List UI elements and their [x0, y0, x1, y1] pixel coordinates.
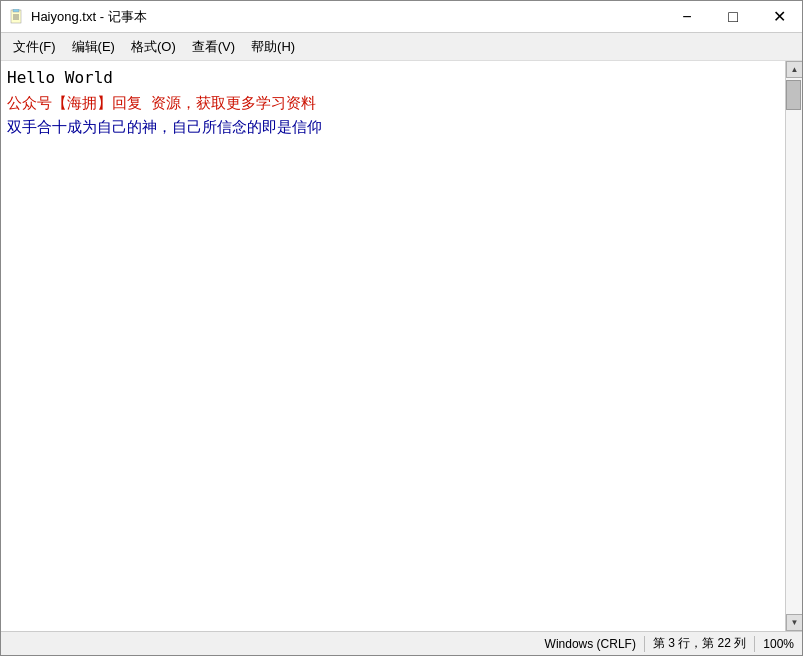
- svg-rect-1: [13, 9, 19, 12]
- notepad-icon: [9, 9, 25, 25]
- scroll-up-button[interactable]: ▲: [786, 61, 802, 78]
- text-line-3: 双手合十成为自己的神，自己所信念的即是信仰: [7, 115, 779, 139]
- title-bar-left: Haiyong.txt - 记事本: [9, 8, 147, 26]
- menu-edit[interactable]: 编辑(E): [64, 34, 123, 60]
- row-col-status: 第 3 行，第 22 列: [653, 635, 746, 652]
- scroll-thumb[interactable]: [786, 80, 801, 110]
- encoding-status: Windows (CRLF): [545, 637, 636, 651]
- notepad-window: Haiyong.txt - 记事本 − □ ✕ 文件(F) 编辑(E) 格式(O…: [0, 0, 803, 656]
- status-divider-1: [644, 636, 645, 652]
- maximize-button[interactable]: □: [710, 1, 756, 33]
- title-bar-controls: − □ ✕: [664, 1, 802, 33]
- window-title: Haiyong.txt - 记事本: [31, 8, 147, 26]
- status-bar: Windows (CRLF) 第 3 行，第 22 列 100%: [1, 631, 802, 655]
- text-editor[interactable]: Hello World 公众号【海拥】回复 资源，获取更多学习资料 双手合十成为…: [1, 61, 785, 631]
- text-line-2: 公众号【海拥】回复 资源，获取更多学习资料: [7, 91, 779, 115]
- close-button[interactable]: ✕: [756, 1, 802, 33]
- scroll-track[interactable]: [786, 78, 802, 614]
- menu-file[interactable]: 文件(F): [5, 34, 64, 60]
- zoom-status: 100%: [763, 637, 794, 651]
- menu-view[interactable]: 查看(V): [184, 34, 243, 60]
- vertical-scrollbar[interactable]: ▲ ▼: [785, 61, 802, 631]
- menu-bar: 文件(F) 编辑(E) 格式(O) 查看(V) 帮助(H): [1, 33, 802, 61]
- menu-format[interactable]: 格式(O): [123, 34, 184, 60]
- status-divider-2: [754, 636, 755, 652]
- scroll-down-button[interactable]: ▼: [786, 614, 802, 631]
- text-line-1: Hello World: [7, 65, 779, 91]
- content-area: Hello World 公众号【海拥】回复 资源，获取更多学习资料 双手合十成为…: [1, 61, 802, 631]
- title-bar: Haiyong.txt - 记事本 − □ ✕: [1, 1, 802, 33]
- menu-help[interactable]: 帮助(H): [243, 34, 303, 60]
- minimize-button[interactable]: −: [664, 1, 710, 33]
